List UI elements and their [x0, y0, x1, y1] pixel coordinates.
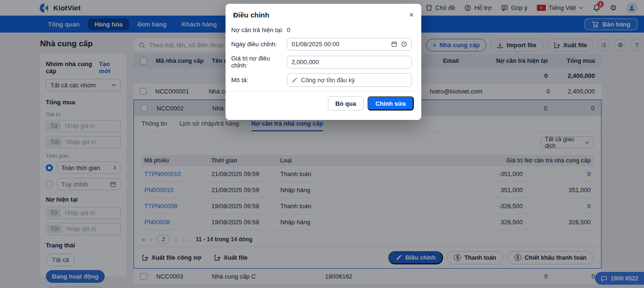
description-input[interactable]: Công nợ tồn đầu kỳ — [287, 73, 412, 87]
clock-icon[interactable] — [401, 41, 407, 47]
current-debt-value: 0 — [287, 26, 290, 34]
cancel-button[interactable]: Bỏ qua — [328, 96, 364, 110]
app: KiotViet Chủ đề Hỗ trợ Góp ý ★ Tiếng Việ… — [0, 0, 644, 288]
adjust-date-input[interactable]: 01/08/2025 00:00 — [287, 38, 412, 51]
description-value: Công nợ tồn đầu kỳ — [301, 76, 407, 84]
modal-title: Điều chỉnh — [233, 11, 269, 19]
adjust-amount-label: Giá trị nợ điều chỉnh: — [231, 55, 287, 69]
description-label: Mô tả: — [231, 76, 287, 84]
submit-adjust-button[interactable]: Chỉnh sửa — [368, 96, 414, 110]
adjust-amount-value: 2,000,000 — [292, 59, 407, 66]
adjust-modal: Điều chỉnh × Nợ cần trả hiện tại: 0 Ngày… — [226, 4, 421, 120]
adjust-date-value: 01/08/2025 00:00 — [292, 41, 387, 48]
current-debt-label: Nợ cần trả hiện tại: — [231, 26, 287, 34]
adjust-amount-input[interactable]: 2,000,000 — [287, 56, 412, 68]
pencil-icon — [292, 77, 297, 83]
adjust-date-label: Ngày điều chỉnh: — [231, 41, 287, 48]
calendar-icon[interactable] — [391, 41, 397, 47]
close-icon[interactable]: × — [409, 11, 414, 19]
